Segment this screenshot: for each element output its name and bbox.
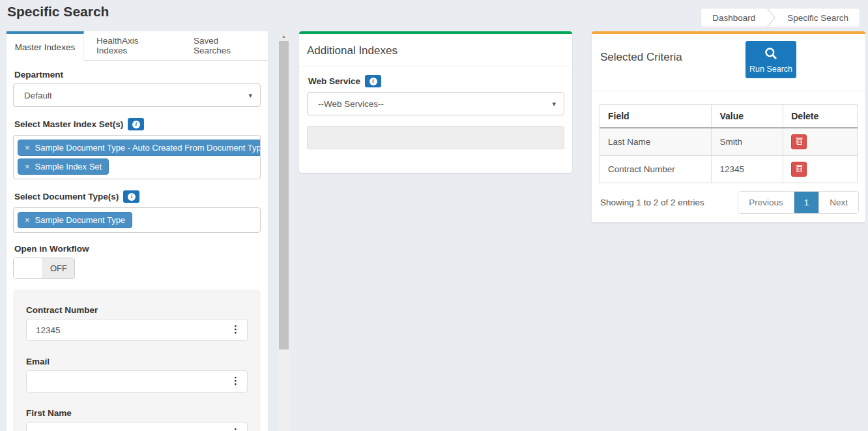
pagination-next[interactable]: Next (818, 192, 858, 213)
table-header-row: Field Value Delete (600, 105, 858, 128)
specific-search-page: Specific Search Dashboard Specific Searc… (0, 0, 868, 431)
additional-indexes-title: Additional Indexes (299, 34, 572, 67)
department-select[interactable]: Default ▾ (13, 83, 261, 107)
page-title: Specific Search (7, 4, 109, 20)
tab-bar: Master Indexes HealthAxis Indexes Saved … (7, 31, 268, 61)
search-icon (764, 46, 778, 63)
trash-icon (796, 137, 803, 147)
kebab-menu-icon[interactable]: ⋮ (231, 323, 240, 335)
delete-criteria-button[interactable] (791, 162, 807, 177)
criteria-delete-cell (783, 156, 858, 183)
master-index-tag[interactable]: ×Sample Document Type - Auto Created Fro… (18, 140, 261, 156)
web-service-selected-value: --Web Services-- (318, 99, 384, 109)
info-icon[interactable]: i (123, 190, 139, 203)
delete-criteria-button[interactable] (791, 134, 807, 149)
kebab-menu-icon[interactable]: ⋮ (231, 375, 240, 387)
email-field-wrap: ⋮ (26, 370, 248, 393)
contract-number-input[interactable] (26, 319, 248, 341)
criteria-table: Field Value Delete Last Name Smith (600, 104, 858, 183)
document-type-multiselect[interactable]: ×Sample Document Type (13, 207, 261, 233)
toggle-knob (14, 258, 43, 278)
info-icon[interactable]: i (365, 75, 381, 87)
web-service-disabled-input (307, 126, 564, 149)
chevron-down-icon: ▾ (248, 91, 252, 100)
criteria-delete-cell (783, 128, 858, 156)
open-in-workflow-toggle[interactable]: OFF (13, 258, 75, 279)
run-search-label: Run Search (749, 65, 792, 74)
chevron-down-icon: ▾ (552, 100, 556, 108)
additional-indexes-body: Web Service i --Web Services-- ▾ (299, 67, 572, 157)
master-index-set-multiselect[interactable]: ×Sample Document Type - Auto Created Fro… (13, 135, 261, 179)
criteria-field-cell: Last Name (600, 128, 712, 156)
tab-healthaxis-indexes[interactable]: HealthAxis Indexes (84, 31, 181, 60)
master-index-tag[interactable]: ×Sample Index Set (18, 158, 109, 175)
selected-criteria-panel: Selected Criteria Run Search Field Value… (592, 31, 865, 222)
first-name-field-wrap: ⋮ (26, 422, 248, 431)
column-header-delete[interactable]: Delete (783, 105, 858, 128)
master-indexes-panel: Master Indexes HealthAxis Indexes Saved … (7, 31, 268, 431)
first-name-label: First Name (26, 408, 248, 418)
vertical-scrollbar[interactable]: ▲ (279, 31, 289, 431)
index-fields-group: Contract Number ⋮ Email ⋮ First Name ⋮ (13, 290, 261, 431)
run-search-button[interactable]: Run Search (745, 41, 796, 78)
table-row: Contract Number 12345 (600, 156, 858, 183)
web-service-label: Web Service (308, 76, 360, 86)
web-service-select[interactable]: --Web Services-- ▾ (307, 92, 564, 115)
criteria-value-cell: 12345 (712, 156, 783, 183)
scrollbar-thumb[interactable] (279, 41, 289, 349)
criteria-field-cell: Contract Number (600, 156, 712, 183)
department-selected-value: Default (24, 91, 52, 100)
pagination: Previous 1 Next (738, 191, 859, 214)
additional-indexes-panel: Additional Indexes Web Service i --Web S… (299, 31, 572, 173)
document-type-tag[interactable]: ×Sample Document Type (18, 212, 132, 228)
contract-number-field-wrap: ⋮ (26, 319, 248, 341)
chevron-right-icon (766, 8, 776, 27)
document-type-label: Select Document Type(s) (14, 192, 119, 201)
master-index-set-label: Select Master Index Set(s) (14, 119, 123, 129)
scroll-up-arrow-icon[interactable]: ▲ (279, 31, 289, 41)
email-label: Email (26, 357, 248, 366)
remove-tag-icon[interactable]: × (25, 162, 30, 171)
criteria-value-cell: Smith (712, 128, 783, 156)
pagination-page-1[interactable]: 1 (794, 192, 819, 213)
master-indexes-body: Department Default ▾ Select Master Index… (7, 61, 268, 431)
selected-criteria-title: Selected Criteria (600, 51, 682, 64)
inactive-tabs: HealthAxis Indexes Saved Searches (84, 31, 268, 61)
trash-icon (796, 164, 803, 174)
breadcrumb-dashboard[interactable]: Dashboard (701, 8, 766, 27)
department-label: Department (14, 70, 261, 80)
table-footer: Showing 1 to 2 of 2 entries Previous 1 N… (592, 183, 865, 214)
open-in-workflow-label: Open in Workflow (14, 244, 261, 254)
breadcrumb-current: Specific Search (776, 8, 860, 27)
remove-tag-icon[interactable]: × (25, 215, 30, 225)
tab-master-indexes[interactable]: Master Indexes (7, 31, 84, 61)
column-header-field[interactable]: Field (600, 105, 712, 128)
kebab-menu-icon[interactable]: ⋮ (231, 426, 240, 431)
info-icon[interactable]: i (128, 118, 144, 130)
table-row: Last Name Smith (600, 128, 858, 156)
pagination-previous[interactable]: Previous (738, 192, 794, 213)
column-header-value[interactable]: Value (712, 105, 783, 128)
breadcrumb: Dashboard Specific Search (701, 8, 860, 27)
contract-number-label: Contract Number (26, 305, 248, 315)
email-input[interactable] (26, 370, 248, 393)
tab-saved-searches[interactable]: Saved Searches (181, 31, 268, 60)
remove-tag-icon[interactable]: × (25, 143, 30, 153)
selected-criteria-header: Selected Criteria Run Search (592, 34, 865, 91)
entries-summary: Showing 1 to 2 of 2 entries (600, 198, 704, 207)
toggle-state-label: OFF (43, 258, 74, 278)
first-name-input[interactable] (26, 422, 248, 431)
